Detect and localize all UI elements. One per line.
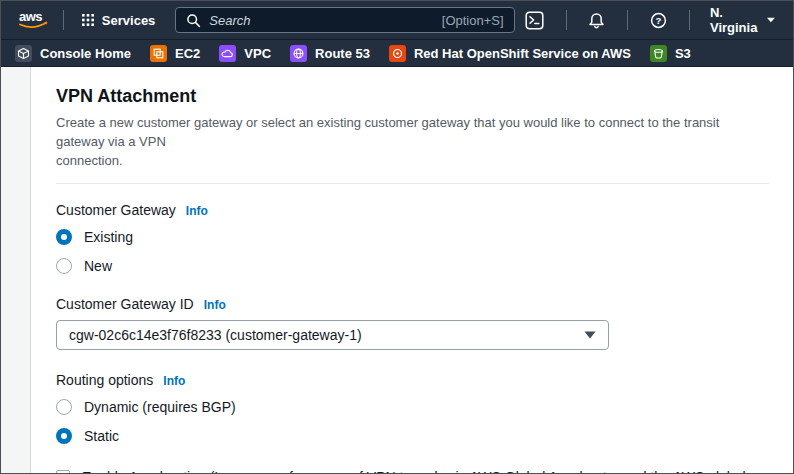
chevron-down-icon	[767, 17, 775, 23]
page-title: VPN Attachment	[56, 85, 769, 107]
search-input[interactable]: Search [Option+S]	[175, 7, 514, 33]
aws-console-window: aws Services Search [Option+S]	[0, 0, 794, 474]
top-navigation-bar: aws Services Search [Option+S]	[1, 1, 793, 39]
favorite-openshift[interactable]: Red Hat OpenShift Service on AWS	[389, 45, 631, 62]
favorite-label: Route 53	[315, 46, 370, 61]
dropdown-selected-value: cgw-02c6c14e3f76f8233 (customer-gateway-…	[69, 327, 584, 343]
favorite-label: VPC	[244, 46, 271, 61]
radio-unselected-icon[interactable]	[56, 258, 72, 274]
favorites-bar: Console Home EC2 VPC Route 53 Red Hat Op…	[1, 39, 793, 67]
search-icon	[186, 13, 201, 28]
radio-option-new[interactable]: New	[56, 256, 769, 276]
help-button[interactable]: ?	[640, 8, 677, 33]
favorite-vpc[interactable]: VPC	[219, 45, 271, 62]
nav-divider	[689, 10, 690, 30]
enable-acceleration-option[interactable]: Enable Acceleration (Improve performance…	[56, 466, 769, 474]
favorite-ec2[interactable]: EC2	[150, 45, 200, 62]
radio-option-existing[interactable]: Existing	[56, 227, 769, 247]
search-placeholder: Search	[209, 13, 433, 28]
customer-gateway-label: Customer Gateway	[56, 202, 176, 218]
region-selector[interactable]: N. Virginia	[702, 1, 779, 39]
nav-divider	[566, 10, 567, 30]
vpc-icon	[219, 45, 236, 62]
favorite-console-home[interactable]: Console Home	[15, 45, 131, 62]
section-divider	[56, 183, 769, 184]
radio-option-static[interactable]: Static	[56, 426, 769, 446]
openshift-icon	[389, 45, 406, 62]
aws-logo-icon: aws	[15, 8, 51, 32]
customer-gateway-section: Customer Gateway Info Existing New	[56, 202, 769, 276]
services-grid-icon	[82, 14, 94, 26]
favorite-label: EC2	[175, 46, 200, 61]
favorite-label: S3	[675, 46, 691, 61]
help-icon: ?	[650, 12, 667, 29]
routing-options-label: Routing options	[56, 372, 153, 388]
routing-options-info-link[interactable]: Info	[163, 374, 185, 388]
nav-divider	[63, 10, 64, 30]
favorite-label: Console Home	[40, 46, 131, 61]
favorite-label: Red Hat OpenShift Service on AWS	[414, 46, 631, 61]
cloudshell-button[interactable]	[515, 7, 554, 34]
notifications-bell-icon	[588, 12, 605, 29]
radio-unselected-icon[interactable]	[56, 399, 72, 415]
dropdown-caret-icon	[584, 331, 596, 339]
customer-gateway-id-section: Customer Gateway ID Info cgw-02c6c14e3f7…	[56, 296, 769, 350]
customer-gateway-info-link[interactable]: Info	[186, 204, 208, 218]
aws-logo[interactable]: aws	[15, 8, 51, 32]
region-label: N. Virginia	[710, 5, 760, 35]
favorite-route53[interactable]: Route 53	[290, 45, 370, 62]
radio-option-dynamic[interactable]: Dynamic (requires BGP)	[56, 397, 769, 417]
page-description: Create a new customer gateway or select …	[56, 113, 769, 170]
notifications-button[interactable]	[578, 8, 615, 33]
services-label: Services	[102, 13, 156, 28]
customer-gateway-id-info-link[interactable]: Info	[204, 298, 226, 312]
customer-gateway-id-label: Customer Gateway ID	[56, 296, 194, 312]
s3-icon	[650, 45, 667, 62]
collapsed-side-panel	[1, 67, 31, 473]
radio-selected-icon[interactable]	[56, 428, 72, 444]
console-home-icon	[15, 45, 32, 62]
main-content: VPN Attachment Create a new customer gat…	[1, 67, 793, 473]
route53-icon	[290, 45, 307, 62]
customer-gateway-id-dropdown[interactable]: cgw-02c6c14e3f76f8233 (customer-gateway-…	[56, 320, 609, 350]
nav-right-cluster: ? N. Virginia	[515, 1, 779, 39]
nav-divider	[627, 10, 628, 30]
svg-text:?: ?	[656, 14, 662, 25]
services-menu-button[interactable]: Services	[76, 9, 162, 32]
cloudshell-icon	[525, 11, 544, 30]
radio-selected-icon[interactable]	[56, 229, 72, 245]
ec2-icon	[150, 45, 167, 62]
search-shortcut-hint: [Option+S]	[442, 13, 504, 28]
enable-acceleration-label: Enable Acceleration (Improve performance…	[82, 466, 746, 474]
routing-options-section: Routing options Info Dynamic (requires B…	[56, 372, 769, 446]
checkbox-unchecked-icon[interactable]	[56, 470, 70, 474]
svg-text:aws: aws	[19, 9, 42, 24]
favorite-s3[interactable]: S3	[650, 45, 691, 62]
